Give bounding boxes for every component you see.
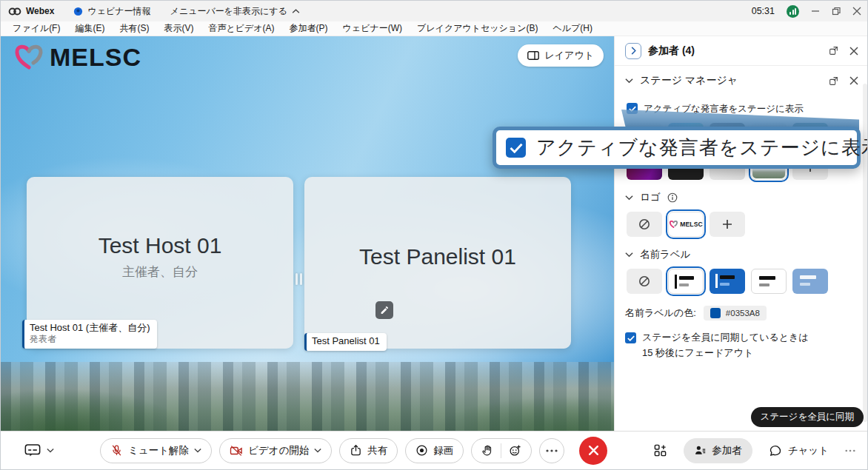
color-swatch-icon — [710, 308, 721, 318]
logo-section-header: ロゴ — [625, 191, 858, 204]
start-video-label: ビデオの開始 — [248, 444, 309, 457]
sync-fade-checkbox-row[interactable]: ステージを全員に同期しているときは 15 秒後にフェードアウト — [625, 330, 858, 361]
add-logo-button[interactable] — [710, 212, 745, 237]
panelist-label-name: Test Panelist 01 — [312, 335, 380, 348]
sync-stage-button[interactable]: ステージを全員に同期 — [751, 407, 864, 427]
share-label: 共有 — [367, 444, 387, 457]
meeting-clock: 05:31 — [752, 6, 775, 16]
leave-meeting-button[interactable] — [579, 437, 607, 465]
name-label-color-value: #0353A8 — [726, 309, 760, 318]
name-label-style-4[interactable] — [792, 269, 828, 294]
right-sidebar: 参加者 (4) ステージ マネージャ — [614, 36, 868, 432]
menu-item-file[interactable]: ファイル(F) — [5, 22, 67, 35]
webex-window: Webex ウェビナー情報 メニューバーを非表示にする 05:31 — [0, 0, 868, 470]
mic-off-icon — [110, 444, 123, 457]
raise-hand-icon[interactable] — [481, 444, 493, 457]
host-tile-center: Test Host 01 主催者、自分 — [27, 171, 293, 343]
webinar-info-button[interactable]: ウェビナー情報 — [73, 5, 150, 18]
layout-button-label: レイアウト — [544, 49, 594, 62]
webinar-info-label: ウェビナー情報 — [87, 5, 150, 18]
panels-more-button[interactable] — [845, 449, 855, 452]
record-icon — [415, 444, 428, 457]
participants-toggle-button[interactable]: 参加者 — [684, 438, 752, 463]
share-icon — [350, 444, 362, 457]
stage-manager-header: ステージ マネージャ — [615, 66, 868, 95]
menu-item-participants[interactable]: 参加者(P) — [282, 22, 335, 35]
participants-panel-header: 参加者 (4) — [615, 36, 868, 66]
layout-button[interactable]: レイアウト — [518, 44, 604, 67]
collapse-name-label-icon[interactable] — [625, 252, 633, 258]
minimize-button[interactable] — [811, 7, 820, 16]
sync-fade-line1: ステージを全員に同期しているときは — [642, 332, 809, 343]
host-tile-name: Test Host 01 — [99, 233, 222, 258]
unmute-button[interactable]: ミュート解除 — [100, 438, 212, 463]
host-tile-role: 主催者、自分 — [122, 263, 198, 281]
hide-menubar-label: メニューバーを非表示にする — [170, 5, 287, 18]
logo-swatch-row: MELSC — [627, 212, 858, 237]
name-label-style-3[interactable] — [751, 269, 787, 294]
reactions-divider — [501, 443, 501, 458]
video-tile-host[interactable]: Test Host 01 主催者、自分 Test Host 01 (主催者、自分… — [27, 177, 293, 349]
webinar-info-icon — [73, 7, 83, 16]
more-options-button[interactable] — [539, 438, 564, 463]
captions-chevron-icon — [47, 448, 54, 453]
name-label-style-2[interactable] — [710, 269, 745, 294]
start-video-chevron-icon[interactable] — [314, 448, 321, 453]
captions-button[interactable] — [24, 444, 54, 457]
menubar: ファイル(F) 編集(E) 共有(S) 表示(V) 音声とビデオ(A) 参加者(… — [1, 21, 868, 36]
edit-pencil-button[interactable] — [375, 301, 393, 319]
menu-item-webinar[interactable]: ウェビナー(W) — [335, 22, 410, 35]
active-speaker-callout: アクティブな発言者をステージに表示 — [493, 127, 861, 169]
popout-stage-manager-icon[interactable] — [829, 76, 838, 86]
camera-off-icon — [230, 445, 243, 457]
close-window-button[interactable] — [852, 7, 861, 16]
record-label: 録画 — [433, 444, 453, 457]
callout-label: アクティブな発言者をステージに表示 — [536, 135, 868, 161]
sync-fade-checkbox[interactable] — [625, 332, 636, 343]
name-label-style-1-selected[interactable] — [668, 269, 704, 294]
callout-checkbox — [506, 138, 526, 158]
apps-button[interactable] — [653, 443, 667, 457]
menu-item-edit[interactable]: 編集(E) — [67, 22, 112, 35]
name-label-color-picker[interactable]: #0353A8 — [704, 306, 767, 320]
record-button[interactable]: 録画 — [405, 438, 464, 463]
app-name: Webex — [26, 6, 54, 16]
panelist-tile-center: Test Panelist 01 — [304, 171, 571, 343]
name-label-section-title: 名前ラベル — [640, 248, 690, 261]
menu-item-help[interactable]: ヘルプ(H) — [545, 22, 600, 35]
logo-swatch-text: MELSC — [680, 221, 703, 228]
unmute-chevron-icon[interactable] — [194, 448, 201, 453]
sync-fade-line2: 15 秒後にフェードアウト — [642, 347, 753, 358]
video-tile-panelist[interactable]: Test Panelist 01 Test Panelist 01 — [304, 177, 571, 349]
connection-quality-icon[interactable] — [787, 5, 799, 18]
popout-participants-icon[interactable] — [829, 46, 838, 56]
hide-menubar-button[interactable]: メニューバーを非表示にする — [170, 5, 300, 18]
menu-item-breakout[interactable]: ブレイクアウトセッション(B) — [410, 22, 545, 35]
stage-manager-title: ステージ マネージャ — [640, 74, 738, 87]
collapse-stage-manager-icon[interactable] — [625, 78, 633, 84]
start-video-button[interactable]: ビデオの開始 — [219, 438, 332, 463]
logo-section-title: ロゴ — [640, 191, 661, 204]
host-label-role: 発表者 — [30, 334, 150, 346]
menu-item-audio-video[interactable]: 音声とビデオ(A) — [201, 22, 281, 35]
menu-item-view[interactable]: 表示(V) — [156, 22, 201, 35]
logo-none-swatch[interactable] — [627, 212, 662, 237]
webex-brand: Webex — [8, 6, 54, 16]
expand-participants-button[interactable] — [625, 43, 641, 59]
close-participants-icon[interactable] — [849, 47, 858, 56]
reactions-icon[interactable] — [509, 444, 521, 457]
collapse-logo-icon[interactable] — [625, 195, 633, 201]
participants-icon — [694, 444, 707, 457]
chat-icon — [769, 444, 782, 457]
share-button[interactable]: 共有 — [339, 438, 398, 463]
restore-button[interactable] — [832, 7, 841, 16]
menu-item-share[interactable]: 共有(S) — [112, 22, 156, 35]
name-label-section-header: 名前ラベル — [625, 248, 858, 261]
webex-logo-icon — [8, 7, 21, 16]
info-icon[interactable] — [667, 192, 678, 203]
close-stage-manager-icon[interactable] — [849, 76, 858, 85]
name-label-none-swatch[interactable] — [627, 269, 662, 294]
chat-toggle-button[interactable]: チャット — [769, 444, 829, 457]
tile-resize-handle[interactable] — [296, 273, 302, 285]
logo-melsc-swatch-selected[interactable]: MELSC — [668, 212, 704, 237]
